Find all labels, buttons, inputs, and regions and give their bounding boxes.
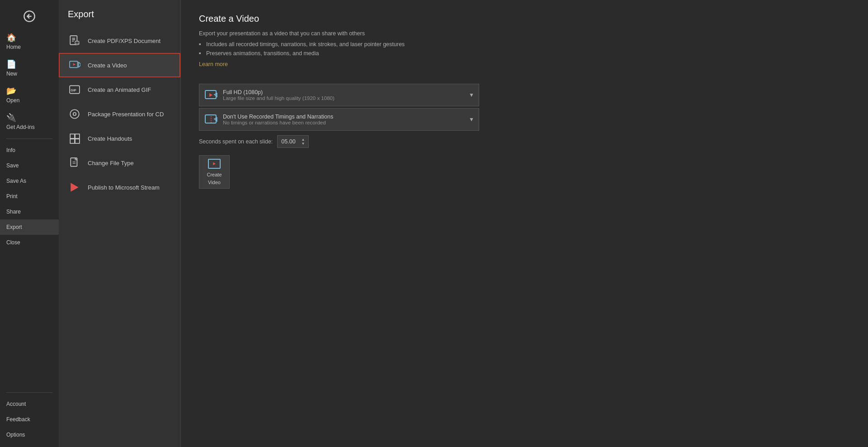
timings-text: Don't Use Recorded Timings and Narration… <box>223 114 469 125</box>
sidebar-label-home: Home <box>6 44 21 50</box>
quality-subtitle: Large file size and full high quality (1… <box>223 95 469 101</box>
quality-dropdown-arrow: ▼ <box>469 92 474 98</box>
seconds-input[interactable]: 05.00 ▲ ▼ <box>277 135 309 148</box>
export-item-stream[interactable]: Publish to Microsoft Stream <box>59 175 180 200</box>
sidebar-item-close[interactable]: Close <box>0 235 59 250</box>
create-video-label-1: Create <box>207 172 222 177</box>
export-item-file-type-label: Change File Type <box>88 160 134 166</box>
export-item-gif[interactable]: GIF Create an Animated GIF <box>59 77 180 102</box>
sidebar-item-open[interactable]: 📂 Open <box>0 81 59 108</box>
export-title: Export <box>59 9 180 29</box>
bullet-item-1: Includes all recorded timings, narration… <box>199 40 850 49</box>
quality-dropdown[interactable]: Full HD (1080p) Large file size and full… <box>199 84 479 106</box>
sidebar-bottom: Account Feedback Options <box>0 389 59 447</box>
dropdown-container: Full HD (1080p) Large file size and full… <box>199 84 479 148</box>
export-item-pdf-label: Create PDF/XPS Document <box>88 38 160 44</box>
sidebar-label-export: Export <box>6 224 22 230</box>
export-item-stream-label: Publish to Microsoft Stream <box>88 184 160 191</box>
timings-dropdown[interactable]: Don't Use Recorded Timings and Narration… <box>199 108 479 131</box>
quality-title: Full HD (1080p) <box>223 89 469 95</box>
quality-text: Full HD (1080p) Large file size and full… <box>223 89 469 101</box>
sidebar-item-share[interactable]: Share <box>0 204 59 219</box>
svg-marker-25 <box>209 93 212 97</box>
cd-icon <box>68 107 81 121</box>
timings-title: Don't Use Recorded Timings and Narration… <box>223 114 469 120</box>
sidebar-label-new: New <box>6 71 17 77</box>
sidebar-label-options: Options <box>6 432 25 438</box>
sidebar-divider-top <box>6 138 52 139</box>
sidebar-item-new[interactable]: 📄 New <box>0 55 59 81</box>
narrow-sidebar: 🏠 Home 📄 New 📂 Open 🔌 Get Add-ins Info S… <box>0 0 59 447</box>
main-content: Create a Video Export your presentation … <box>181 0 868 447</box>
addins-icon: 🔌 <box>6 113 16 123</box>
seconds-row: Seconds spent on each slide: 05.00 ▲ ▼ <box>199 135 479 148</box>
svg-rect-17 <box>70 139 75 143</box>
sidebar-item-addins[interactable]: 🔌 Get Add-ins <box>0 108 59 135</box>
bullet-item-2: Preserves animations, transitions, and m… <box>199 49 850 58</box>
export-item-gif-label: Create an Animated GIF <box>88 86 151 93</box>
sidebar-item-save-as[interactable]: Save As <box>0 173 59 189</box>
sidebar-item-info[interactable]: Info <box>0 143 59 158</box>
seconds-value: 05.00 <box>281 138 295 145</box>
export-item-handouts[interactable]: Create Handouts <box>59 126 180 151</box>
svg-text:PDF: PDF <box>75 43 80 45</box>
svg-text:GIF: GIF <box>71 88 76 92</box>
sidebar-label-open: Open <box>6 97 19 104</box>
sidebar-item-home[interactable]: 🏠 Home <box>0 28 59 55</box>
pdf-icon: PDF <box>68 34 81 48</box>
sidebar-label-close: Close <box>6 239 20 246</box>
export-item-video[interactable]: Create a Video <box>59 53 180 77</box>
video-icon <box>68 58 81 72</box>
svg-rect-15 <box>70 134 75 138</box>
file-type-icon <box>68 156 81 170</box>
timings-subtitle: No timings or narrations have been recor… <box>223 120 469 125</box>
learn-more-link[interactable]: Learn more <box>199 61 228 67</box>
timings-icon <box>204 112 218 127</box>
sidebar-label-addins: Get Add-ins <box>6 124 35 130</box>
sidebar-item-print[interactable]: Print <box>0 189 59 204</box>
export-item-pdf[interactable]: PDF Create PDF/XPS Document <box>59 29 180 53</box>
sidebar-label-info: Info <box>6 147 15 153</box>
svg-marker-9 <box>79 62 80 67</box>
sidebar-item-options[interactable]: Options <box>0 427 59 442</box>
description-text: Export your presentation as a video that… <box>199 29 850 38</box>
sidebar-label-save: Save <box>6 162 19 169</box>
create-video-label-2: Video <box>208 180 221 185</box>
sidebar-item-account[interactable]: Account <box>0 396 59 412</box>
svg-marker-10 <box>73 63 75 66</box>
back-button[interactable] <box>0 5 59 28</box>
seconds-label: Seconds spent on each slide: <box>199 138 273 145</box>
stream-icon <box>68 181 81 194</box>
export-item-file-type[interactable]: Change File Type <box>59 151 180 175</box>
export-menu: Export PDF Create PDF/XPS Document Creat… <box>59 0 181 447</box>
create-video-button-icon <box>208 159 221 170</box>
bullet-list: Includes all recorded timings, narration… <box>199 40 850 58</box>
page-title: Create a Video <box>199 14 850 24</box>
export-item-cd-label: Package Presentation for CD <box>88 111 164 118</box>
sidebar-label-share: Share <box>6 209 21 215</box>
sidebar-item-save[interactable]: Save <box>0 158 59 173</box>
timings-dropdown-arrow: ▼ <box>469 116 474 123</box>
home-icon: 🏠 <box>6 33 16 43</box>
open-icon: 📂 <box>6 86 16 96</box>
sidebar-label-save-as: Save As <box>6 178 26 184</box>
export-item-video-label: Create a Video <box>88 62 127 69</box>
sidebar-label-feedback: Feedback <box>6 416 30 423</box>
gif-icon: GIF <box>68 83 81 96</box>
export-item-cd[interactable]: Package Presentation for CD <box>59 102 180 126</box>
create-video-button[interactable]: Create Video <box>199 155 230 189</box>
svg-rect-18 <box>75 139 80 143</box>
sidebar-divider-bottom <box>6 392 52 393</box>
sidebar-item-feedback[interactable]: Feedback <box>0 412 59 427</box>
svg-rect-16 <box>75 134 80 138</box>
sidebar-label-account: Account <box>6 401 26 407</box>
sidebar-item-export[interactable]: Export <box>0 219 59 235</box>
svg-marker-22 <box>71 183 78 192</box>
new-icon: 📄 <box>6 59 16 69</box>
handouts-icon <box>68 132 81 145</box>
quality-icon <box>204 88 218 102</box>
sidebar-label-print: Print <box>6 193 18 200</box>
svg-point-14 <box>73 113 76 116</box>
seconds-spinner[interactable]: ▲ ▼ <box>301 138 305 146</box>
svg-point-13 <box>70 109 79 119</box>
